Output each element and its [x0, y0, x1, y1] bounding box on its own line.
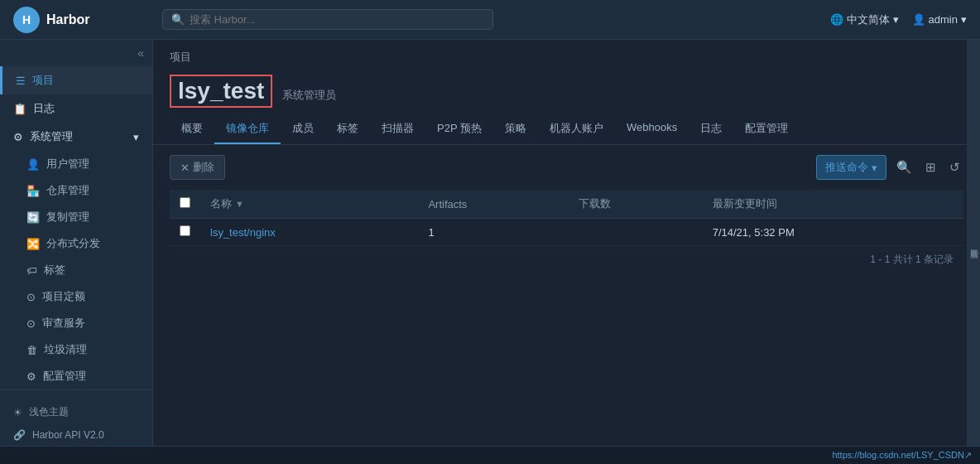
sidebar-logs-label: 日志: [33, 101, 55, 116]
user-menu[interactable]: 👤 admin ▾: [912, 13, 967, 26]
collapse-button[interactable]: «: [137, 46, 144, 60]
tab-p2p[interactable]: P2P 预热: [425, 114, 493, 144]
push-cmd-label: 推送命令: [825, 160, 868, 175]
table-toolbar: ✕ 删除 推送命令 ▾ 🔍 ⊞ ↺: [170, 155, 963, 180]
name-filter-icon[interactable]: ▼: [235, 199, 244, 209]
push-command-button[interactable]: 推送命令 ▾: [816, 155, 886, 180]
trash-label: 垃圾清理: [44, 342, 87, 357]
project-role: 系统管理员: [282, 88, 336, 103]
row-updated-cell: 7/14/21, 5:32 PM: [703, 219, 963, 246]
right-hint-bar: 帮助主题: [967, 40, 980, 446]
bottom-bar: https://blog.csdn.net/LSY_CSDN↗: [0, 446, 980, 464]
api-label: Harbor API V2.0: [32, 429, 104, 441]
search-input[interactable]: [190, 13, 355, 26]
row-pulls-cell: [569, 219, 702, 246]
api-icon: 🔗: [13, 429, 26, 441]
header-updated: 最新变更时间: [703, 190, 963, 219]
main-layout: « ☰ 项目 📋 日志 ⚙ 系统管理 ▾ 👤 用户管理 🏪 仓库管理 🔄: [0, 40, 980, 446]
tab-scanner[interactable]: 扫描器: [370, 114, 425, 144]
repositories-table: 名称 ▼ Artifacts 下载数 最新变更时间: [170, 190, 963, 246]
tab-config-mgmt[interactable]: 配置管理: [733, 114, 800, 144]
theme-toggle[interactable]: ☀ 浅色主题: [13, 400, 139, 424]
delete-button[interactable]: ✕ 删除: [170, 155, 225, 180]
table-area: ✕ 删除 推送命令 ▾ 🔍 ⊞ ↺: [153, 145, 980, 283]
pagination-info: 1 - 1 共计 1 条记录: [170, 246, 963, 273]
repo-mgmt-label: 仓库管理: [46, 183, 89, 198]
replication-icon: 🔄: [26, 211, 40, 224]
tab-logs[interactable]: 日志: [689, 114, 733, 144]
row-name-cell: lsy_test/nginx: [200, 219, 418, 246]
sidebar-item-repo-mgmt[interactable]: 🏪 仓库管理: [0, 177, 152, 204]
globe-icon: 🌐: [830, 13, 843, 26]
tab-members[interactable]: 成员: [281, 114, 325, 144]
sidebar-item-trash[interactable]: 🗑 垃圾清理: [0, 336, 152, 363]
search-repos-button[interactable]: 🔍: [893, 157, 915, 178]
repo-mgmt-icon: 🏪: [26, 185, 40, 197]
distribution-label: 分布式分发: [46, 236, 100, 251]
content-area: 帮助主题 项目 lsy_test 系统管理员 概要 镜像仓库 成员 标签 扫描器…: [153, 40, 980, 446]
bottom-link[interactable]: https://blog.csdn.net/LSY_CSDN↗: [832, 450, 972, 461]
sidebar-item-labels[interactable]: 🏷 标签: [0, 257, 152, 283]
sidebar-item-quota[interactable]: ⊙ 项目定额: [0, 283, 152, 310]
system-group-left: ⚙ 系统管理: [13, 129, 73, 144]
repo-artifacts-value: 1: [428, 226, 434, 239]
logo-icon: H: [13, 7, 40, 33]
sidebar-bottom: ☀ 浅色主题 🔗 Harbor API V2.0: [0, 389, 152, 446]
sidebar-item-config[interactable]: ⚙ 配置管理: [0, 363, 152, 389]
user-icon: 👤: [912, 13, 925, 26]
refresh-button[interactable]: ↺: [946, 157, 963, 178]
distribution-icon: 🔀: [26, 238, 40, 250]
sidebar-item-user-mgmt[interactable]: 👤 用户管理: [0, 151, 152, 177]
labels-icon: 🏷: [26, 264, 37, 277]
sidebar-system-group[interactable]: ⚙ 系统管理 ▾: [0, 123, 152, 151]
project-tabs: 概要 镜像仓库 成员 标签 扫描器 P2P 预热 策略 机器人账户 Webhoo…: [153, 114, 980, 145]
logo-letter: H: [22, 13, 31, 27]
top-navigation: H Harbor 🔍 🌐 中文简体 ▾ 👤 admin ▾: [0, 0, 980, 40]
sidebar-collapse-area: «: [0, 40, 152, 66]
tab-webhooks[interactable]: Webhooks: [615, 114, 689, 144]
row-checkbox-cell: [170, 219, 200, 246]
sidebar-item-projects[interactable]: ☰ 项目: [0, 66, 152, 94]
system-icon: ⚙: [13, 131, 23, 143]
user-chevron-icon: ▾: [961, 13, 967, 26]
language-selector[interactable]: 🌐 中文简体 ▾: [830, 12, 899, 27]
search-icon: 🔍: [171, 13, 185, 26]
quota-label: 项目定额: [42, 289, 85, 304]
sidebar-item-logs[interactable]: 📋 日志: [0, 94, 152, 123]
sidebar-item-audit[interactable]: ⊙ 审查服务: [0, 310, 152, 336]
tab-repositories[interactable]: 镜像仓库: [214, 114, 281, 144]
delete-x-icon: ✕: [180, 162, 190, 174]
view-toggle-button[interactable]: ⊞: [922, 157, 939, 178]
header-name: 名称 ▼: [200, 190, 418, 219]
labels-label: 标签: [44, 263, 65, 278]
logo-area: H Harbor: [13, 7, 162, 33]
tab-labels[interactable]: 标签: [325, 114, 370, 144]
language-label: 中文简体: [847, 12, 890, 27]
tab-overview[interactable]: 概要: [170, 114, 214, 144]
config-icon: ⚙: [26, 370, 36, 383]
username-label: admin: [929, 13, 958, 26]
row-checkbox[interactable]: [180, 225, 190, 236]
search-bar[interactable]: 🔍: [162, 9, 493, 30]
repo-name-link[interactable]: lsy_test/nginx: [210, 226, 276, 239]
breadcrumb: 项目: [153, 40, 980, 68]
column-pulls-label: 下载数: [579, 197, 611, 210]
replication-label: 复制管理: [46, 210, 89, 225]
select-all-checkbox[interactable]: [180, 197, 190, 208]
theme-label: 浅色主题: [29, 405, 69, 419]
repo-updated-value: 7/14/21, 5:32 PM: [713, 226, 795, 239]
header-artifacts: Artifacts: [418, 190, 569, 219]
sidebar-item-replication[interactable]: 🔄 复制管理: [0, 204, 152, 230]
tab-robot[interactable]: 机器人账户: [538, 114, 615, 144]
project-header: lsy_test 系统管理员: [153, 68, 980, 108]
audit-label: 审查服务: [42, 316, 85, 331]
system-chevron-icon: ▾: [133, 131, 139, 143]
sidebar-item-distribution[interactable]: 🔀 分布式分发: [0, 230, 152, 257]
api-link[interactable]: 🔗 Harbor API V2.0: [13, 424, 139, 446]
table-header-row: 名称 ▼ Artifacts 下载数 最新变更时间: [170, 190, 963, 219]
push-cmd-arrow-icon: ▾: [872, 162, 877, 174]
column-artifacts-label: Artifacts: [428, 198, 467, 210]
theme-icon: ☀: [13, 407, 22, 418]
sidebar: « ☰ 项目 📋 日志 ⚙ 系统管理 ▾ 👤 用户管理 🏪 仓库管理 🔄: [0, 40, 153, 446]
tab-policy[interactable]: 策略: [493, 114, 538, 144]
